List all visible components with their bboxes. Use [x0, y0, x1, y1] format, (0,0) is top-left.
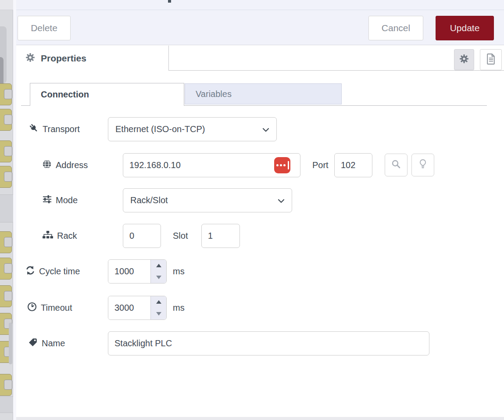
dialog-buttonbar: Delete Cancel Update	[16, 10, 504, 45]
transport-selected-value: Ethernet (ISO-on-TCP)	[115, 124, 205, 134]
cycle-time-input[interactable]	[108, 260, 150, 283]
mode-selected-value: Rack/Slot	[130, 195, 168, 205]
slot-input[interactable]	[201, 224, 240, 248]
transport-label: Transport	[29, 117, 80, 141]
edit-node-dialog: Delete Cancel Update	[16, 0, 504, 417]
properties-bar: Properties	[16, 46, 504, 71]
tab-connection[interactable]: Connection	[30, 83, 184, 106]
edit-properties-button[interactable]	[454, 49, 474, 70]
palette-header	[0, 0, 13, 10]
palette-node[interactable]	[0, 109, 12, 131]
node-description-button[interactable]	[480, 49, 502, 70]
palette-node[interactable]	[0, 285, 12, 307]
node-port	[4, 146, 12, 156]
rack-input[interactable]	[123, 224, 161, 248]
palette-node[interactable]	[0, 374, 12, 396]
palette-scrollbar[interactable]	[9, 323, 12, 364]
properties-title: Properties	[41, 53, 86, 64]
arrow-down-icon	[156, 312, 161, 316]
cycle-time-decrement-button[interactable]	[151, 272, 166, 284]
plug-icon	[29, 123, 39, 135]
timeout-increment-button[interactable]	[151, 296, 166, 308]
delete-button[interactable]: Delete	[18, 16, 71, 40]
identify-device-button[interactable]	[411, 154, 434, 176]
node-port	[4, 263, 12, 273]
name-label: Name	[28, 331, 65, 355]
tag-icon	[28, 337, 38, 349]
arrow-up-icon	[156, 300, 161, 304]
mode-select[interactable]: Rack/Slot	[123, 188, 292, 212]
palette-section	[0, 194, 13, 223]
timeout-spinner	[108, 296, 167, 320]
arrow-down-icon	[156, 276, 161, 279]
scan-devices-button[interactable]	[385, 154, 407, 176]
chevron-down-icon	[278, 195, 285, 205]
node-port	[4, 89, 12, 99]
timeout-input[interactable]	[108, 296, 150, 319]
sitemap-icon	[43, 231, 53, 241]
palette-node[interactable]	[0, 231, 12, 253]
node-port	[4, 380, 12, 390]
palette-node[interactable]	[0, 83, 12, 105]
rack-label: Rack	[43, 224, 77, 248]
node-port	[4, 172, 12, 182]
palette-node[interactable]	[0, 258, 12, 280]
gear-icon	[459, 54, 469, 65]
tab-properties[interactable]: Properties	[16, 46, 169, 71]
cancel-button[interactable]: Cancel	[368, 16, 423, 40]
title-text-fragment	[168, 0, 171, 3]
cycle-time-increment-button[interactable]	[151, 260, 166, 272]
sliders-icon	[43, 194, 52, 206]
palette-section	[0, 396, 13, 413]
chevron-down-icon	[262, 124, 269, 134]
tab-connection-label: Connection	[41, 90, 89, 100]
clock-icon	[27, 302, 37, 314]
properties-bar-right	[169, 46, 504, 71]
update-button[interactable]: Update	[436, 16, 494, 40]
cycle-time-unit: ms	[173, 259, 185, 284]
document-icon	[486, 54, 496, 66]
node-port	[4, 291, 12, 301]
node-port	[4, 237, 12, 247]
name-input[interactable]	[108, 331, 429, 355]
globe-icon	[42, 159, 52, 171]
address-label: Address	[42, 153, 88, 177]
palette-node[interactable]	[0, 166, 12, 188]
password-manager-autofill-icon[interactable]	[274, 157, 290, 173]
tab-variables-label: Variables	[196, 89, 232, 99]
timeout-unit: ms	[173, 296, 185, 320]
workspace-gap	[13, 0, 16, 420]
node-port	[4, 115, 12, 125]
screen: Delete Cancel Update	[0, 0, 504, 420]
tab-variables[interactable]: Variables	[185, 83, 342, 104]
mode-label: Mode	[43, 188, 78, 212]
lightbulb-icon	[419, 159, 427, 171]
node-palette	[0, 0, 13, 420]
arrow-up-icon	[156, 264, 161, 267]
search-icon	[391, 159, 401, 171]
timeout-decrement-button[interactable]	[151, 308, 166, 320]
transport-select[interactable]: Ethernet (ISO-on-TCP)	[108, 117, 277, 141]
dialog-titlebar	[16, 0, 504, 10]
palette-node[interactable]	[0, 140, 12, 162]
slot-label: Slot	[173, 224, 188, 248]
refresh-icon	[25, 266, 35, 277]
port-input[interactable]	[334, 153, 372, 177]
palette-gray-node	[0, 26, 7, 83]
gear-icon	[25, 53, 35, 64]
timeout-label: Timeout	[27, 296, 72, 320]
cycle-time-label: Cycle time	[25, 259, 80, 284]
cycle-time-spinner	[108, 259, 167, 284]
port-label: Port	[312, 153, 329, 177]
